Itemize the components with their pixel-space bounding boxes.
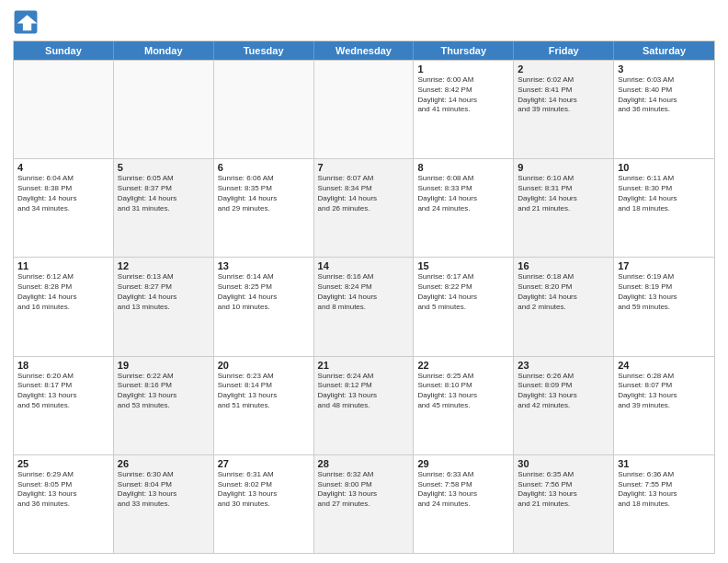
calendar-cell-28: 28Sunrise: 6:32 AM Sunset: 8:00 PM Dayli… [314,455,415,553]
day-number: 26 [118,458,210,469]
header-day-thursday: Thursday [414,41,514,60]
page: SundayMondayTuesdayWednesdayThursdayFrid… [0,0,728,563]
calendar-cell-27: 27Sunrise: 6:31 AM Sunset: 8:02 PM Dayli… [214,455,314,553]
day-number: 18 [17,360,109,371]
calendar-row-0: 1Sunrise: 6:00 AM Sunset: 8:42 PM Daylig… [14,60,714,158]
day-number: 22 [417,360,509,371]
day-number: 29 [417,458,509,469]
calendar-header: SundayMondayTuesdayWednesdayThursdayFrid… [14,41,714,60]
calendar-cell-14: 14Sunrise: 6:16 AM Sunset: 8:24 PM Dayli… [314,258,415,355]
day-number: 27 [218,458,310,469]
day-number: 31 [618,458,711,469]
calendar-cell-4: 4Sunrise: 6:04 AM Sunset: 8:38 PM Daylig… [14,159,114,257]
calendar-cell-30: 30Sunrise: 6:35 AM Sunset: 7:56 PM Dayli… [514,455,614,553]
cell-info: Sunrise: 6:24 AM Sunset: 8:12 PM Dayligh… [318,372,410,411]
day-number: 28 [318,458,410,469]
cell-info: Sunrise: 6:02 AM Sunset: 8:41 PM Dayligh… [518,75,609,115]
day-number: 19 [118,360,210,371]
header-day-wednesday: Wednesday [314,41,415,60]
calendar-cell-19: 19Sunrise: 6:22 AM Sunset: 8:16 PM Dayli… [114,357,214,454]
calendar-cell-29: 29Sunrise: 6:33 AM Sunset: 7:58 PM Dayli… [414,455,514,553]
day-number: 9 [518,162,609,173]
day-number: 14 [318,260,410,271]
cell-info: Sunrise: 6:16 AM Sunset: 8:24 PM Dayligh… [318,272,410,312]
calendar-cell-21: 21Sunrise: 6:24 AM Sunset: 8:12 PM Dayli… [314,357,415,454]
calendar-row-1: 4Sunrise: 6:04 AM Sunset: 8:38 PM Daylig… [14,158,714,257]
calendar-cell-10: 10Sunrise: 6:11 AM Sunset: 8:30 PM Dayli… [614,159,714,257]
header [13,9,715,35]
day-number: 5 [118,162,210,173]
calendar-cell-9: 9Sunrise: 6:10 AM Sunset: 8:31 PM Daylig… [514,159,614,257]
calendar-cell-empty-0-0 [14,61,114,158]
calendar-row-3: 18Sunrise: 6:20 AM Sunset: 8:17 PM Dayli… [14,356,714,454]
cell-info: Sunrise: 6:17 AM Sunset: 8:22 PM Dayligh… [417,272,509,312]
cell-info: Sunrise: 6:19 AM Sunset: 8:19 PM Dayligh… [618,272,711,312]
day-number: 1 [417,63,509,75]
cell-info: Sunrise: 6:23 AM Sunset: 8:14 PM Dayligh… [218,372,310,411]
logo-icon [13,9,39,35]
cell-info: Sunrise: 6:25 AM Sunset: 8:10 PM Dayligh… [417,372,509,411]
header-day-monday: Monday [114,41,214,60]
cell-info: Sunrise: 6:20 AM Sunset: 8:17 PM Dayligh… [17,372,109,411]
calendar-cell-26: 26Sunrise: 6:30 AM Sunset: 8:04 PM Dayli… [114,455,214,553]
cell-info: Sunrise: 6:29 AM Sunset: 8:05 PM Dayligh… [17,470,109,510]
calendar-cell-23: 23Sunrise: 6:26 AM Sunset: 8:09 PM Dayli… [514,357,614,454]
calendar-row-2: 11Sunrise: 6:12 AM Sunset: 8:28 PM Dayli… [14,257,714,355]
day-number: 3 [618,63,711,75]
calendar-cell-3: 3Sunrise: 6:03 AM Sunset: 8:40 PM Daylig… [614,61,714,158]
cell-info: Sunrise: 6:26 AM Sunset: 8:09 PM Dayligh… [518,372,609,411]
day-number: 30 [518,458,609,469]
calendar-cell-5: 5Sunrise: 6:05 AM Sunset: 8:37 PM Daylig… [114,159,214,257]
calendar-cell-13: 13Sunrise: 6:14 AM Sunset: 8:25 PM Dayli… [214,258,314,355]
header-day-friday: Friday [514,41,614,60]
header-day-sunday: Sunday [14,41,114,60]
calendar-cell-empty-0-2 [214,61,314,158]
cell-info: Sunrise: 6:32 AM Sunset: 8:00 PM Dayligh… [318,470,410,510]
calendar-cell-24: 24Sunrise: 6:28 AM Sunset: 8:07 PM Dayli… [614,357,714,454]
cell-info: Sunrise: 6:05 AM Sunset: 8:37 PM Dayligh… [118,174,210,213]
cell-info: Sunrise: 6:28 AM Sunset: 8:07 PM Dayligh… [618,372,711,411]
cell-info: Sunrise: 6:12 AM Sunset: 8:28 PM Dayligh… [17,272,109,312]
day-number: 24 [618,360,711,371]
calendar-cell-18: 18Sunrise: 6:20 AM Sunset: 8:17 PM Dayli… [14,357,114,454]
calendar-body: 1Sunrise: 6:00 AM Sunset: 8:42 PM Daylig… [14,60,714,553]
cell-info: Sunrise: 6:31 AM Sunset: 8:02 PM Dayligh… [218,470,310,510]
day-number: 20 [218,360,310,371]
cell-info: Sunrise: 6:33 AM Sunset: 7:58 PM Dayligh… [417,470,509,510]
calendar-cell-31: 31Sunrise: 6:36 AM Sunset: 7:55 PM Dayli… [614,455,714,553]
calendar-cell-2: 2Sunrise: 6:02 AM Sunset: 8:41 PM Daylig… [514,61,614,158]
cell-info: Sunrise: 6:14 AM Sunset: 8:25 PM Dayligh… [218,272,310,312]
calendar-cell-17: 17Sunrise: 6:19 AM Sunset: 8:19 PM Dayli… [614,258,714,355]
logo [13,9,42,35]
calendar-cell-11: 11Sunrise: 6:12 AM Sunset: 8:28 PM Dayli… [14,258,114,355]
calendar: SundayMondayTuesdayWednesdayThursdayFrid… [13,40,715,554]
cell-info: Sunrise: 6:36 AM Sunset: 7:55 PM Dayligh… [618,470,711,510]
cell-info: Sunrise: 6:08 AM Sunset: 8:33 PM Dayligh… [417,174,509,213]
cell-info: Sunrise: 6:22 AM Sunset: 8:16 PM Dayligh… [118,372,210,411]
cell-info: Sunrise: 6:03 AM Sunset: 8:40 PM Dayligh… [618,75,711,115]
calendar-row-4: 25Sunrise: 6:29 AM Sunset: 8:05 PM Dayli… [14,454,714,553]
cell-info: Sunrise: 6:30 AM Sunset: 8:04 PM Dayligh… [118,470,210,510]
calendar-cell-16: 16Sunrise: 6:18 AM Sunset: 8:20 PM Dayli… [514,258,614,355]
calendar-cell-7: 7Sunrise: 6:07 AM Sunset: 8:34 PM Daylig… [314,159,415,257]
calendar-cell-empty-0-1 [114,61,214,158]
cell-info: Sunrise: 6:13 AM Sunset: 8:27 PM Dayligh… [118,272,210,312]
day-number: 25 [17,458,109,469]
day-number: 15 [417,260,509,271]
cell-info: Sunrise: 6:07 AM Sunset: 8:34 PM Dayligh… [318,174,410,213]
calendar-cell-6: 6Sunrise: 6:06 AM Sunset: 8:35 PM Daylig… [214,159,314,257]
calendar-cell-20: 20Sunrise: 6:23 AM Sunset: 8:14 PM Dayli… [214,357,314,454]
calendar-cell-22: 22Sunrise: 6:25 AM Sunset: 8:10 PM Dayli… [414,357,514,454]
day-number: 16 [518,260,609,271]
cell-info: Sunrise: 6:06 AM Sunset: 8:35 PM Dayligh… [218,174,310,213]
calendar-cell-25: 25Sunrise: 6:29 AM Sunset: 8:05 PM Dayli… [14,455,114,553]
day-number: 21 [318,360,410,371]
day-number: 10 [618,162,711,173]
day-number: 12 [118,260,210,271]
day-number: 13 [218,260,310,271]
cell-info: Sunrise: 6:10 AM Sunset: 8:31 PM Dayligh… [518,174,609,213]
cell-info: Sunrise: 6:11 AM Sunset: 8:30 PM Dayligh… [618,174,711,213]
cell-info: Sunrise: 6:04 AM Sunset: 8:38 PM Dayligh… [17,174,109,213]
day-number: 8 [417,162,509,173]
day-number: 4 [17,162,109,173]
